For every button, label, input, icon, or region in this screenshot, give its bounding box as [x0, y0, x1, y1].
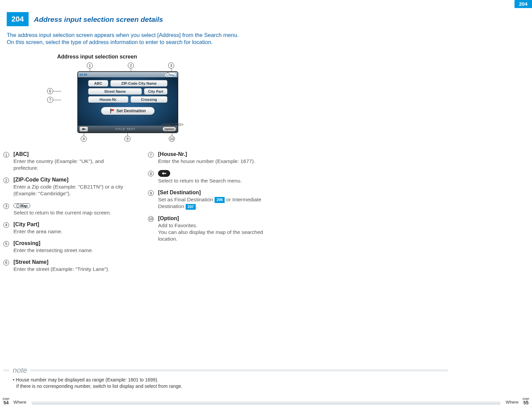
bottombar-title-text: TITLE TEXT — [88, 127, 162, 131]
page-title: Address input selection screen details — [29, 12, 163, 26]
num-8: 8 — [148, 171, 154, 176]
callout-10: 10 — [169, 136, 175, 142]
intro-line-1: The address input selection screen appea… — [7, 32, 239, 39]
map-icon[interactable]: Map — [165, 72, 176, 77]
desc-text-2: Enter a Zip code (Example: "CB21TN") or … — [13, 184, 128, 197]
num-6: 6 — [3, 260, 9, 266]
desc-item-2: 2 [ZIP-Code City Name] Enter a Zip code … — [3, 177, 128, 197]
figure: Address input selection screen 1 2 3 6 7… — [57, 54, 198, 142]
num-7: 7 — [148, 152, 154, 158]
desc-item-4: 4 [City Part] Enter the area name. — [3, 221, 128, 235]
desc-title-5: [Crossing] — [13, 240, 128, 246]
note-label: note — [13, 366, 27, 375]
set-destination-button[interactable]: Set Destination — [101, 107, 155, 115]
page-ref-206[interactable]: 206 — [215, 197, 225, 203]
num-3: 3 — [3, 203, 9, 209]
figure-caption: Address input selection screen — [57, 54, 198, 60]
clock-label: 12:34 — [79, 73, 87, 76]
desc-text-9: Set as Final Destination 206 or Intermed… — [158, 196, 272, 210]
num-1: 1 — [3, 152, 9, 158]
desc-text-6: Enter the street (Example: "Trinity Lane… — [13, 266, 128, 273]
note-line-2: If there is no corresponding number, swi… — [13, 383, 448, 390]
option-button[interactable]: Option — [162, 127, 176, 131]
house-nr-button[interactable]: House-Nr. — [88, 96, 128, 103]
desc-title-6: [Street Name] — [13, 259, 128, 265]
desc-item-7: 7 [House-Nr.] Enter the house number (Ex… — [148, 151, 272, 165]
city-part-button[interactable]: City Part — [144, 88, 167, 95]
crossing-button[interactable]: Crossing — [130, 96, 167, 103]
desc-title-10: [Option] — [158, 215, 272, 221]
model-code: <NW1000> — [161, 122, 184, 127]
street-name-button[interactable]: Street Name — [88, 88, 142, 95]
zip-city-button[interactable]: ZIP-Code City Name — [110, 80, 167, 87]
desc-item-8: 8 Select to return to the Search menu. — [148, 170, 272, 184]
desc-title-9: [Set Destination] — [158, 190, 272, 196]
num-10: 10 — [148, 216, 154, 222]
map-pill-icon: Map — [13, 203, 30, 208]
desc-title-7: [House-Nr.] — [158, 151, 272, 157]
callout-8: 8 — [81, 136, 87, 142]
num-4: 4 — [3, 222, 9, 228]
description-list: 1 [ABC] Enter the country (Example: "UK"… — [3, 151, 272, 278]
callout-6: 6 — [47, 88, 53, 94]
footer-section-left: Where — [11, 400, 29, 405]
desc-item-5: 5 [Crossing] Enter the intersecting stre… — [3, 240, 128, 254]
desc-text-10: Add to Favorites. You can also display t… — [158, 222, 272, 242]
desc-item-6: 6 [Street Name] Enter the street (Exampl… — [3, 259, 128, 273]
desc-text-7: Enter the house number (Example: 1677). — [158, 158, 272, 165]
footer-page-left: page54 — [1, 397, 11, 405]
flag-icon — [110, 109, 114, 113]
intro-line-2: On this screen, select the type of addre… — [7, 39, 239, 46]
page-number-top-right: 204 — [515, 0, 532, 8]
note-block: note House number may be displayed as ra… — [3, 366, 448, 390]
callout-3: 3 — [168, 63, 174, 69]
note-line-1: House number may be displayed as range (… — [13, 377, 448, 383]
page-number-badge: 204 — [7, 12, 29, 26]
page-footer: page54 Where Where page55 — [1, 397, 531, 405]
back-arrow-icon — [81, 127, 86, 131]
desc-text-3: Select to return to the current map scre… — [13, 209, 128, 216]
page-header: 204 Address input selection screen detai… — [7, 12, 163, 26]
back-button[interactable] — [79, 126, 88, 132]
callout-7: 7 — [47, 97, 53, 103]
footer-section-right: Where — [503, 400, 521, 405]
intro-text: The address input selection screen appea… — [7, 32, 239, 46]
callout-9: 9 — [124, 136, 130, 142]
desc-text-1: Enter the country (Example: "UK"), and p… — [13, 158, 128, 171]
desc-text-8: Select to return to the Search menu. — [158, 177, 272, 184]
footer-bar — [32, 401, 500, 405]
desc-title-4: [City Part] — [13, 221, 128, 228]
abc-button[interactable]: ABC — [88, 80, 108, 87]
desc-text-4: Enter the area name. — [13, 228, 128, 235]
desc-title-2: [ZIP-Code City Name] — [13, 177, 128, 183]
footer-page-right: page55 — [521, 397, 531, 405]
num-2: 2 — [3, 177, 9, 183]
desc-title-8-back-icon — [158, 170, 272, 177]
desc-item-1: 1 [ABC] Enter the country (Example: "UK"… — [3, 151, 128, 171]
desc-title-3-map-icon: Map — [13, 203, 128, 209]
desc-text-5: Enter the intersecting street name. — [13, 247, 128, 254]
num-9: 9 — [148, 190, 154, 196]
callout-1: 1 — [87, 63, 93, 69]
desc-item-9: 9 [Set Destination] Set as Final Destina… — [148, 190, 272, 210]
page-ref-207[interactable]: 207 — [186, 204, 196, 210]
back-pill-icon — [158, 170, 170, 177]
callout-2: 2 — [128, 63, 134, 69]
desc-item-10: 10 [Option] Add to Favorites. You can al… — [148, 215, 272, 242]
num-5: 5 — [3, 241, 9, 247]
desc-title-1: [ABC] — [13, 151, 128, 157]
desc-item-3: 3 Map Select to return to the current ma… — [3, 203, 128, 216]
screen-statusbar: 12:34 Map — [78, 72, 178, 77]
set-destination-label: Set Destination — [116, 109, 146, 113]
